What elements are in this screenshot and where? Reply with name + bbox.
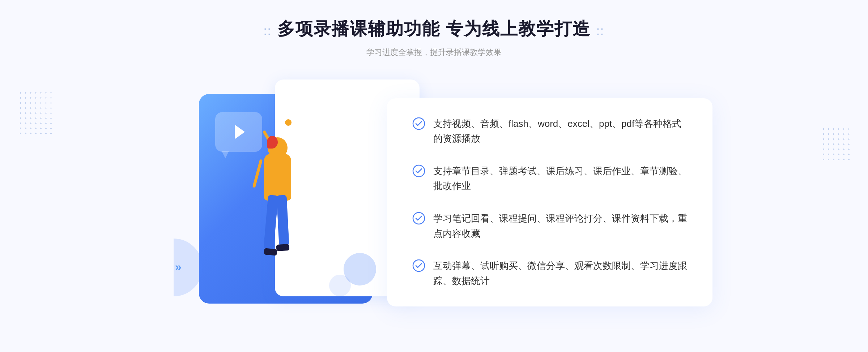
feature-text-1: 支持视频、音频、flash、word、excel、ppt、pdf等各种格式的资源…	[433, 116, 687, 146]
svg-point-2	[413, 213, 425, 224]
feature-item-2: 支持章节目录、弹题考试、课后练习、课后作业、章节测验、批改作业	[412, 164, 687, 194]
header-deco-right: ⁚⁚	[596, 27, 604, 37]
check-icon-4	[412, 259, 425, 272]
feature-item-1: 支持视频、音频、flash、word、excel、ppt、pdf等各种格式的资源…	[412, 116, 687, 146]
character-illustration	[228, 116, 322, 304]
char-leg-left	[264, 195, 278, 250]
header-deco-left: ⁚⁚	[264, 27, 272, 37]
feature-text-3: 学习笔记回看、课程提问、课程评论打分、课件资料下载，重点内容收藏	[433, 211, 687, 241]
char-body	[264, 154, 291, 201]
check-icon-1	[412, 117, 425, 130]
char-hand	[285, 119, 292, 126]
header-section: ⁚⁚ 多项录播课辅助功能 专为线上教学打造 ⁚⁚ 学习进度全掌握，提升录播课教学…	[264, 0, 604, 58]
svg-point-3	[413, 260, 425, 271]
char-leg-right	[276, 195, 289, 246]
svg-point-0	[413, 118, 425, 129]
left-arrows: »	[175, 260, 182, 274]
check-icon-2	[412, 164, 425, 177]
check-icon-3	[412, 212, 425, 225]
char-shoe-left	[264, 248, 277, 256]
feature-item-3: 学习笔记回看、课程提问、课程评论打分、课件资料下载，重点内容收藏	[412, 211, 687, 241]
feature-item-4: 互动弹幕、试听购买、微信分享、观看次数限制、学习进度跟踪、数据统计	[412, 258, 687, 288]
svg-point-1	[413, 165, 425, 177]
feature-text-2: 支持章节目录、弹题考试、课后练习、课后作业、章节测验、批改作业	[433, 164, 687, 194]
char-arm-down	[252, 159, 263, 188]
char-legs	[264, 195, 291, 253]
char-hair	[267, 136, 278, 149]
subtitle: 学习进度全掌握，提升录播课教学效果	[264, 47, 604, 58]
deco-circle-light	[329, 275, 351, 296]
page-container: ⁚⁚ 多项录播课辅助功能 专为线上教学打造 ⁚⁚ 学习进度全掌握，提升录播课教学…	[0, 0, 868, 352]
features-panel: 支持视频、音频、flash、word、excel、ppt、pdf等各种格式的资源…	[387, 98, 712, 307]
illustration-container: »	[156, 80, 409, 325]
feature-text-4: 互动弹幕、试听购买、微信分享、观看次数限制、学习进度跟踪、数据统计	[433, 258, 687, 288]
main-title: 多项录播课辅助功能 专为线上教学打造	[277, 17, 590, 40]
main-content: » 支持视频、音频、flash、word、excel、ppt、pdf等各种格式的…	[0, 80, 868, 325]
char-shoe-right	[276, 244, 290, 251]
